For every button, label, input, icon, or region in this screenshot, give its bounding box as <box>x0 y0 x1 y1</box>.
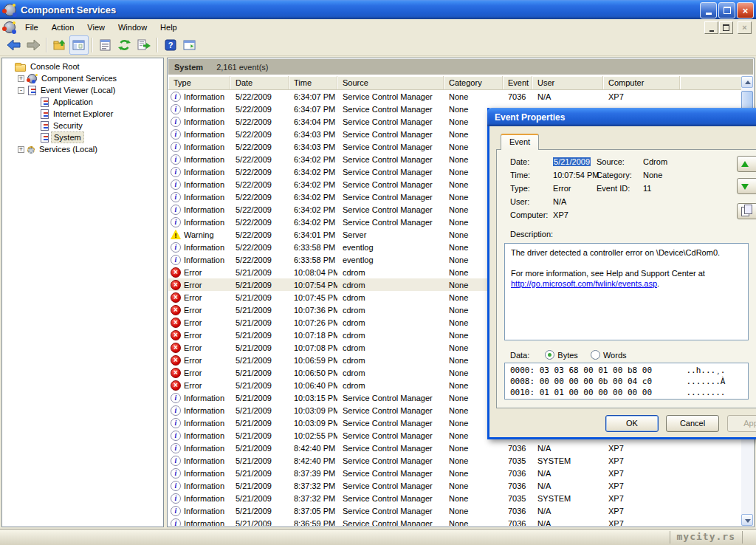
cell-type: iInformation <box>168 142 230 152</box>
event-row[interactable]: iInformation5/21/20098:37:32 PMService C… <box>168 479 741 492</box>
child-restore-button[interactable] <box>719 21 733 34</box>
bytes-radio[interactable] <box>545 350 554 360</box>
cancel-button[interactable]: Cancel <box>666 415 719 432</box>
event-row[interactable]: iInformation5/21/20098:42:40 PMService C… <box>168 442 741 454</box>
minimize-button[interactable] <box>700 2 717 18</box>
child-close-button[interactable]: × <box>738 21 752 34</box>
cell-source: Service Control Manager <box>337 92 444 101</box>
previous-event-button[interactable] <box>737 156 756 172</box>
ok-button[interactable]: OK <box>605 415 659 432</box>
cell-date: 5/22/2009 <box>230 155 289 164</box>
column-header-event[interactable]: Event <box>503 76 532 89</box>
tab-event[interactable]: Event <box>501 134 539 150</box>
cell-category: None <box>444 507 503 515</box>
column-header-source[interactable]: Source <box>337 76 444 89</box>
close-button[interactable]: × <box>737 2 754 18</box>
tree-item-services-local-[interactable]: +Services (Local) <box>2 143 163 155</box>
source-value: Cdrom <box>643 157 667 166</box>
type-text: Information <box>184 205 224 214</box>
column-header-user[interactable]: User <box>532 76 603 89</box>
forward-button[interactable] <box>24 35 43 55</box>
date-value[interactable]: 5/21/2009 <box>553 157 591 166</box>
properties-button[interactable] <box>96 35 115 55</box>
restore-button[interactable] <box>718 2 735 18</box>
type-text: Information <box>184 130 224 139</box>
menu-item-window[interactable]: Window <box>111 21 154 33</box>
cell-time: 6:34:02 PM <box>289 205 337 214</box>
scroll-up-button[interactable] <box>741 76 753 88</box>
scroll-down-button[interactable] <box>741 514 753 526</box>
column-header-computer[interactable]: Computer <box>603 76 680 89</box>
expander-icon[interactable]: - <box>18 87 24 94</box>
apply-button[interactable]: Apply <box>727 415 756 432</box>
menu-item-action[interactable]: Action <box>45 21 81 33</box>
description-box[interactable]: The driver detected a controller error o… <box>504 243 749 340</box>
event-row[interactable]: iInformation5/21/20098:37:32 PMService C… <box>168 492 741 504</box>
event-data-hex[interactable]: 0000: 03 03 68 00 01 00 b8 00 ..h...¸.00… <box>504 363 749 400</box>
event-row[interactable]: iInformation5/21/20098:37:05 PMService C… <box>168 504 741 517</box>
cell-source: Service Control Manager <box>337 406 444 415</box>
next-event-button[interactable] <box>737 178 756 194</box>
export-list-button[interactable] <box>134 35 154 55</box>
column-header-time[interactable]: Time <box>289 76 337 89</box>
cell-source: cdrom <box>337 306 444 315</box>
cell-time: 6:33:58 PM <box>289 256 337 264</box>
cell-date: 5/22/2009 <box>230 117 289 126</box>
refresh-button[interactable] <box>115 35 134 55</box>
minimize-icon <box>706 13 712 15</box>
information-icon: i <box>171 493 181 504</box>
event-row[interactable]: iInformation5/21/20098:42:40 PMService C… <box>168 454 741 467</box>
tree-item-internet-explorer[interactable]: Internet Explorer <box>2 108 163 120</box>
tree-item-event-viewer-local-[interactable]: -Event Viewer (Local) <box>2 84 163 96</box>
tab-event-label: Event <box>509 137 530 146</box>
column-header-type[interactable]: Type <box>168 76 230 89</box>
up-one-level-button[interactable] <box>50 35 69 55</box>
tree-item-console-root[interactable]: Console Root <box>2 61 163 72</box>
tree-item-component-services[interactable]: +Component Services <box>2 72 163 84</box>
action-pane-icon <box>183 39 196 51</box>
help-button[interactable]: ? <box>161 35 180 55</box>
log-icon <box>41 109 49 119</box>
cell-date: 5/21/2009 <box>230 431 289 440</box>
error-icon: × <box>171 330 181 340</box>
tree-item-security[interactable]: Security <box>2 120 163 131</box>
date-field: Date: 5/21/2009 <box>510 157 591 169</box>
child-minimize-button[interactable] <box>704 21 718 34</box>
type-text: Error <box>184 331 202 340</box>
expander-icon[interactable]: + <box>18 75 24 82</box>
cell-time: 10:07:18 PM <box>289 331 337 340</box>
tree-item-label: Services (Local) <box>37 144 100 154</box>
events-help-link[interactable]: http://go.microsoft.com/fwlink/events.as… <box>511 279 657 288</box>
menu-item-help[interactable]: Help <box>154 21 184 33</box>
menu-item-view[interactable]: View <box>80 21 111 33</box>
tree-item-application[interactable]: Application <box>2 96 163 108</box>
cell-date: 5/22/2009 <box>230 168 289 176</box>
show-console-tree-button[interactable] <box>69 35 89 55</box>
cell-type: iInformation <box>168 154 230 165</box>
event-row[interactable]: iInformation5/21/20098:36:59 PMService C… <box>168 517 741 526</box>
cell-date: 5/21/2009 <box>230 481 289 490</box>
cell-source: cdrom <box>337 356 444 365</box>
copy-event-button[interactable] <box>737 203 756 219</box>
cell-type: iInformation <box>168 468 230 479</box>
column-header-date[interactable]: Date <box>230 76 289 89</box>
menu-item-file[interactable]: File <box>18 21 45 33</box>
words-radio[interactable] <box>591 350 600 360</box>
window-title: Component Services <box>21 4 116 16</box>
tree-item-system[interactable]: System <box>2 131 163 143</box>
action-pane-button[interactable] <box>180 35 199 55</box>
event-row[interactable]: iInformation5/21/20098:37:39 PMService C… <box>168 467 741 479</box>
back-button[interactable] <box>4 35 24 55</box>
cell-category: None <box>444 92 503 101</box>
cell-type: iInformation <box>168 217 230 227</box>
time-value: 10:07:54 PM <box>553 171 599 179</box>
tree-item-label: Event Viewer (Local) <box>38 85 117 95</box>
computer-label: Computer: <box>510 210 551 219</box>
cell-source: Service Control Manager <box>337 117 444 126</box>
expander-icon[interactable]: + <box>18 146 24 153</box>
event-row[interactable]: iInformation5/22/20096:34:07 PMService C… <box>168 90 741 103</box>
description-line: For more information, see Help and Suppo… <box>511 268 742 278</box>
column-header-category[interactable]: Category <box>444 76 503 89</box>
tree-item-label: Component Services <box>39 73 119 83</box>
error-icon: × <box>171 318 181 328</box>
